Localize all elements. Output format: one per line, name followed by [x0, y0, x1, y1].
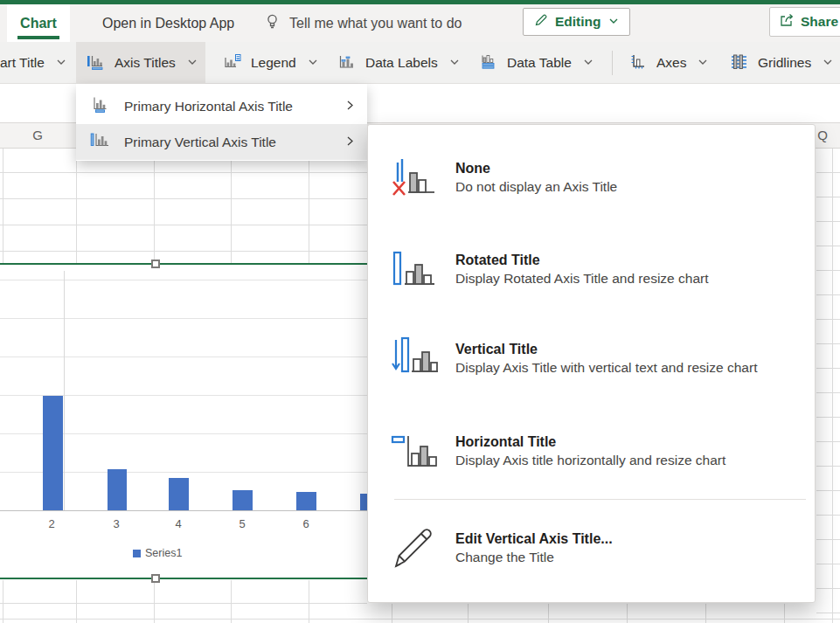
- share-icon: [779, 12, 795, 31]
- chevron-down-icon: [449, 55, 460, 71]
- ribbon-button-axis-titles[interactable]: Axis Titles: [76, 42, 205, 84]
- legend-label: Series1: [145, 547, 182, 559]
- submenu-item-desc: Do not display an Axis Title: [455, 177, 815, 196]
- chart-x-axis-label: 2: [48, 517, 54, 530]
- chart-x-axis-line: [0, 510, 367, 511]
- editing-mode-button[interactable]: Editing: [523, 8, 630, 36]
- chevron-right-icon: [344, 135, 356, 150]
- none-axis-title-icon: [391, 152, 441, 206]
- horizontal-title-icon: [391, 431, 441, 474]
- submenu-item-title: Rotated Title: [455, 251, 815, 269]
- axes-icon: [628, 52, 647, 74]
- tab-active-underline: [17, 36, 59, 39]
- submenu-item-title: Horizontal Title: [455, 433, 815, 451]
- chart-legend[interactable]: Series1: [133, 547, 182, 559]
- tell-me-search[interactable]: Tell me what you want to do: [289, 4, 462, 42]
- open-in-desktop-button[interactable]: Open in Desktop App: [102, 4, 234, 42]
- chart-bar: [296, 492, 316, 510]
- share-button[interactable]: Share: [769, 7, 840, 37]
- ribbon-button-gridlines[interactable]: Gridlines: [719, 42, 840, 84]
- chart-selection-border-bottom: [0, 578, 367, 579]
- axis-titles-icon: [87, 52, 105, 74]
- pencil-icon: [534, 13, 548, 31]
- chevron-down-icon: [56, 55, 66, 71]
- data-table-icon: [479, 52, 497, 74]
- data-table-label: Data Table: [507, 55, 572, 71]
- submenu-item-horizontal-title[interactable]: Horizontal Title Display Axis title hori…: [368, 426, 815, 469]
- chart-bar: [108, 469, 127, 510]
- edit-pencil-icon: [391, 523, 438, 575]
- menu-item-label: Primary Vertical Axis Title: [124, 135, 276, 150]
- menu-item-primary-vertical-axis-title[interactable]: Primary Vertical Axis Title: [76, 124, 367, 160]
- chart-x-axis-label: 5: [239, 517, 245, 530]
- primary-vertical-axis-icon: [90, 131, 110, 153]
- legend-label: Legend: [251, 55, 296, 71]
- submenu-item-title: Vertical Title: [455, 340, 815, 358]
- chart-resize-handle-bottom[interactable]: [151, 574, 160, 583]
- submenu-divider: [394, 499, 806, 500]
- axis-titles-label: Axis Titles: [115, 55, 176, 71]
- vertical-title-icon: [391, 335, 441, 382]
- submenu-item-desc: Display Axis title horizontally and resi…: [455, 451, 815, 469]
- gridlines-icon: [729, 52, 748, 74]
- excel-online-window: G Q: [0, 0, 840, 623]
- sheet-rows-right[interactable]: [816, 149, 840, 623]
- chart-x-axis-label: 6: [302, 517, 309, 530]
- submenu-item-vertical-title[interactable]: Vertical Title Display Axis Title with v…: [368, 333, 815, 377]
- vertical-axis-title-submenu: None Do not display an Axis Title Rotate…: [367, 124, 816, 603]
- ribbon-divider: [612, 51, 613, 75]
- chart-x-axis-label: 3: [113, 517, 119, 530]
- submenu-item-desc: Display Rotated Axis Title and resize ch…: [455, 269, 815, 287]
- ribbon: art Title Axis Titles Legend Data Labels: [0, 42, 840, 84]
- top-app-bar: Chart Open in Desktop App Tell me what y…: [0, 0, 840, 42]
- ribbon-button-legend[interactable]: Legend: [212, 42, 329, 84]
- chart-bar: [169, 478, 189, 510]
- column-header-g[interactable]: G: [23, 123, 52, 148]
- lightbulb-icon: [264, 13, 281, 33]
- axis-titles-dropdown-menu: Primary Horizontal Axis Title Primary Ve…: [76, 84, 367, 161]
- menu-item-primary-horizontal-axis-title[interactable]: Primary Horizontal Axis Title: [76, 88, 367, 124]
- chevron-down-icon: [583, 55, 594, 71]
- submenu-item-title: None: [455, 159, 815, 177]
- ribbon-button-data-table[interactable]: Data Table: [469, 42, 604, 84]
- chevron-down-icon: [823, 55, 833, 71]
- embedded-bar-chart[interactable]: 23456 Series1: [0, 266, 367, 578]
- rotated-title-icon: [391, 249, 441, 293]
- ribbon-button-axes[interactable]: Axes: [618, 42, 719, 84]
- chart-x-axis-label: 4: [175, 517, 181, 530]
- chart-bar: [233, 490, 253, 510]
- data-labels-label: Data Labels: [365, 55, 438, 71]
- submenu-item-edit-vertical-axis-title[interactable]: Edit Vertical Axis Title... Change the T…: [368, 523, 815, 566]
- chart-bar: [360, 494, 367, 510]
- submenu-item-desc: Change the Title: [455, 548, 815, 566]
- submenu-item-title: Edit Vertical Axis Title...: [455, 530, 815, 548]
- chevron-down-icon: [308, 55, 318, 71]
- legend-button-icon: [223, 52, 241, 74]
- data-labels-icon: [337, 52, 356, 74]
- gridlines-label: Gridlines: [758, 55, 811, 71]
- chart-bar: [43, 396, 63, 510]
- chevron-down-icon: [608, 14, 619, 30]
- chart-title-label: art Title: [0, 55, 45, 71]
- axes-label: Axes: [656, 55, 686, 71]
- submenu-item-rotated-title[interactable]: Rotated Title Display Rotated Axis Title…: [368, 244, 815, 287]
- legend-swatch: [133, 550, 141, 557]
- chevron-right-icon: [344, 99, 356, 114]
- editing-label: Editing: [555, 14, 601, 30]
- chart-selection-border-top: [0, 263, 367, 265]
- share-label: Share: [801, 14, 838, 30]
- chart-resize-handle-top[interactable]: [151, 260, 160, 268]
- chart-vertical-gridline: [64, 271, 65, 511]
- chevron-down-icon: [698, 55, 708, 71]
- submenu-item-desc: Display Axis Title with vertical text an…: [455, 358, 815, 377]
- chevron-down-icon: [187, 55, 198, 71]
- tab-chart-label: Chart: [20, 16, 57, 31]
- submenu-item-none[interactable]: None Do not display an Axis Title: [368, 152, 815, 196]
- primary-horizontal-axis-icon: [90, 95, 110, 117]
- tab-chart[interactable]: Chart: [7, 4, 70, 42]
- ribbon-button-chart-title[interactable]: art Title: [0, 42, 77, 84]
- ribbon-button-data-labels[interactable]: Data Labels: [327, 42, 470, 84]
- menu-item-label: Primary Horizontal Axis Title: [124, 99, 293, 114]
